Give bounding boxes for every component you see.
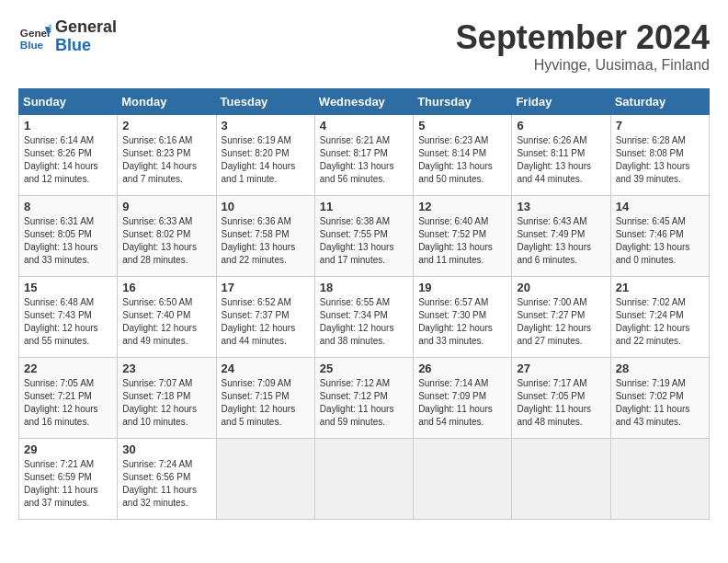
day-info: Sunrise: 6:19 AM Sunset: 8:20 PM Dayligh… — [222, 134, 310, 186]
calendar-cell — [512, 439, 610, 520]
calendar-cell: 28Sunrise: 7:19 AM Sunset: 7:02 PM Dayli… — [610, 358, 709, 439]
weekday-header-sunday: Sunday — [19, 89, 118, 115]
calendar-cell: 7Sunrise: 6:28 AM Sunset: 8:08 PM Daylig… — [610, 115, 709, 196]
day-info: Sunrise: 6:38 AM Sunset: 7:55 PM Dayligh… — [320, 215, 408, 267]
day-number: 4 — [320, 119, 408, 132]
calendar-week-row-4: 22Sunrise: 7:05 AM Sunset: 7:21 PM Dayli… — [19, 358, 710, 439]
title-block: September 2024 Hyvinge, Uusimaa, Finland — [456, 18, 710, 74]
day-info: Sunrise: 7:19 AM Sunset: 7:02 PM Dayligh… — [616, 377, 704, 429]
calendar-cell: 11Sunrise: 6:38 AM Sunset: 7:55 PM Dayli… — [314, 196, 413, 277]
day-number: 19 — [418, 281, 506, 294]
calendar-cell — [610, 439, 709, 520]
day-number: 17 — [222, 281, 310, 294]
calendar-cell: 19Sunrise: 6:57 AM Sunset: 7:30 PM Dayli… — [414, 277, 512, 358]
calendar-cell: 1Sunrise: 6:14 AM Sunset: 8:26 PM Daylig… — [19, 115, 118, 196]
svg-text:Blue: Blue — [20, 38, 44, 50]
calendar-week-row-1: 1Sunrise: 6:14 AM Sunset: 8:26 PM Daylig… — [19, 115, 710, 196]
day-info: Sunrise: 6:57 AM Sunset: 7:30 PM Dayligh… — [418, 296, 506, 348]
calendar-cell: 6Sunrise: 6:26 AM Sunset: 8:11 PM Daylig… — [512, 115, 610, 196]
day-info: Sunrise: 7:00 AM Sunset: 7:27 PM Dayligh… — [517, 296, 605, 348]
calendar-cell: 9Sunrise: 6:33 AM Sunset: 8:02 PM Daylig… — [118, 196, 216, 277]
calendar-cell: 20Sunrise: 7:00 AM Sunset: 7:27 PM Dayli… — [512, 277, 610, 358]
day-info: Sunrise: 7:12 AM Sunset: 7:12 PM Dayligh… — [320, 377, 408, 429]
day-info: Sunrise: 7:02 AM Sunset: 7:24 PM Dayligh… — [616, 296, 704, 348]
day-number: 12 — [418, 200, 506, 213]
day-info: Sunrise: 7:21 AM Sunset: 6:59 PM Dayligh… — [24, 458, 112, 510]
calendar-cell: 4Sunrise: 6:21 AM Sunset: 8:17 PM Daylig… — [314, 115, 413, 196]
day-info: Sunrise: 6:45 AM Sunset: 7:46 PM Dayligh… — [616, 215, 704, 267]
day-number: 26 — [418, 362, 506, 375]
day-info: Sunrise: 7:14 AM Sunset: 7:09 PM Dayligh… — [418, 377, 506, 429]
page-header: General Blue General Blue September 2024… — [18, 18, 710, 74]
calendar-cell — [314, 439, 413, 520]
day-number: 25 — [320, 362, 408, 375]
day-number: 28 — [616, 362, 704, 375]
calendar-cell: 8Sunrise: 6:31 AM Sunset: 8:05 PM Daylig… — [19, 196, 118, 277]
day-info: Sunrise: 6:21 AM Sunset: 8:17 PM Dayligh… — [320, 134, 408, 186]
day-number: 13 — [517, 200, 605, 213]
day-info: Sunrise: 7:05 AM Sunset: 7:21 PM Dayligh… — [24, 377, 112, 429]
calendar-cell: 10Sunrise: 6:36 AM Sunset: 7:58 PM Dayli… — [216, 196, 314, 277]
day-info: Sunrise: 6:43 AM Sunset: 7:49 PM Dayligh… — [517, 215, 605, 267]
weekday-header-row: SundayMondayTuesdayWednesdayThursdayFrid… — [19, 89, 710, 115]
weekday-header-thursday: Thursday — [414, 89, 512, 115]
day-number: 8 — [24, 200, 112, 213]
day-number: 22 — [24, 362, 112, 375]
weekday-header-friday: Friday — [512, 89, 610, 115]
calendar-cell — [414, 439, 512, 520]
day-number: 11 — [320, 200, 408, 213]
calendar-cell: 14Sunrise: 6:45 AM Sunset: 7:46 PM Dayli… — [610, 196, 709, 277]
day-info: Sunrise: 7:09 AM Sunset: 7:15 PM Dayligh… — [222, 377, 310, 429]
calendar-week-row-3: 15Sunrise: 6:48 AM Sunset: 7:43 PM Dayli… — [19, 277, 710, 358]
calendar-cell: 22Sunrise: 7:05 AM Sunset: 7:21 PM Dayli… — [19, 358, 118, 439]
day-info: Sunrise: 6:48 AM Sunset: 7:43 PM Dayligh… — [24, 296, 112, 348]
day-info: Sunrise: 7:17 AM Sunset: 7:05 PM Dayligh… — [517, 377, 605, 429]
day-info: Sunrise: 7:24 AM Sunset: 6:56 PM Dayligh… — [122, 458, 210, 510]
day-number: 7 — [616, 119, 704, 132]
day-number: 9 — [122, 200, 210, 213]
calendar-cell: 12Sunrise: 6:40 AM Sunset: 7:52 PM Dayli… — [414, 196, 512, 277]
calendar-cell: 30Sunrise: 7:24 AM Sunset: 6:56 PM Dayli… — [118, 439, 216, 520]
day-info: Sunrise: 6:31 AM Sunset: 8:05 PM Dayligh… — [24, 215, 112, 267]
day-number: 20 — [517, 281, 605, 294]
weekday-header-wednesday: Wednesday — [314, 89, 413, 115]
calendar-week-row-5: 29Sunrise: 7:21 AM Sunset: 6:59 PM Dayli… — [19, 439, 710, 520]
calendar-cell: 23Sunrise: 7:07 AM Sunset: 7:18 PM Dayli… — [118, 358, 216, 439]
day-info: Sunrise: 6:16 AM Sunset: 8:23 PM Dayligh… — [122, 134, 210, 186]
day-number: 1 — [24, 119, 112, 132]
calendar-cell: 18Sunrise: 6:55 AM Sunset: 7:34 PM Dayli… — [314, 277, 413, 358]
calendar-cell: 24Sunrise: 7:09 AM Sunset: 7:15 PM Dayli… — [216, 358, 314, 439]
calendar-cell: 25Sunrise: 7:12 AM Sunset: 7:12 PM Dayli… — [314, 358, 413, 439]
logo: General Blue General Blue — [18, 18, 117, 55]
calendar-cell: 21Sunrise: 7:02 AM Sunset: 7:24 PM Dayli… — [610, 277, 709, 358]
calendar-cell: 2Sunrise: 6:16 AM Sunset: 8:23 PM Daylig… — [118, 115, 216, 196]
day-number: 29 — [24, 442, 112, 456]
logo-text-line2: Blue — [55, 37, 117, 55]
calendar-cell: 29Sunrise: 7:21 AM Sunset: 6:59 PM Dayli… — [19, 439, 118, 520]
day-number: 16 — [122, 281, 210, 294]
day-info: Sunrise: 7:07 AM Sunset: 7:18 PM Dayligh… — [122, 377, 210, 429]
day-number: 15 — [24, 281, 112, 294]
calendar-cell: 27Sunrise: 7:17 AM Sunset: 7:05 PM Dayli… — [512, 358, 610, 439]
day-number: 30 — [122, 442, 210, 456]
calendar-cell: 15Sunrise: 6:48 AM Sunset: 7:43 PM Dayli… — [19, 277, 118, 358]
day-info: Sunrise: 6:52 AM Sunset: 7:37 PM Dayligh… — [222, 296, 310, 348]
day-info: Sunrise: 6:40 AM Sunset: 7:52 PM Dayligh… — [418, 215, 506, 267]
weekday-header-monday: Monday — [118, 89, 216, 115]
day-info: Sunrise: 6:26 AM Sunset: 8:11 PM Dayligh… — [517, 134, 605, 186]
calendar-table: SundayMondayTuesdayWednesdayThursdayFrid… — [18, 88, 710, 520]
calendar-week-row-2: 8Sunrise: 6:31 AM Sunset: 8:05 PM Daylig… — [19, 196, 710, 277]
day-info: Sunrise: 6:23 AM Sunset: 8:14 PM Dayligh… — [418, 134, 506, 186]
day-number: 3 — [222, 119, 310, 132]
day-info: Sunrise: 6:33 AM Sunset: 8:02 PM Dayligh… — [122, 215, 210, 267]
month-title: September 2024 — [456, 18, 710, 57]
day-number: 24 — [222, 362, 310, 375]
day-number: 10 — [222, 200, 310, 213]
calendar-cell: 16Sunrise: 6:50 AM Sunset: 7:40 PM Dayli… — [118, 277, 216, 358]
day-number: 23 — [122, 362, 210, 375]
calendar-cell: 5Sunrise: 6:23 AM Sunset: 8:14 PM Daylig… — [414, 115, 512, 196]
day-number: 21 — [616, 281, 704, 294]
day-number: 5 — [418, 119, 506, 132]
weekday-header-tuesday: Tuesday — [216, 89, 314, 115]
day-info: Sunrise: 6:28 AM Sunset: 8:08 PM Dayligh… — [616, 134, 704, 186]
